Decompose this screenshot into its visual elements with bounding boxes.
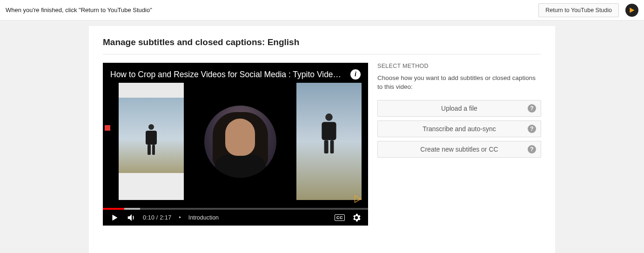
settings-icon[interactable]	[351, 213, 362, 223]
content-row: How to Crop and Resize Videos for Social…	[103, 63, 541, 226]
time-display: 0:10 / 2:17	[143, 214, 171, 221]
svg-marker-0	[630, 7, 634, 13]
upload-file-button[interactable]: Upload a file ?	[377, 100, 541, 117]
time-separator: /	[156, 214, 158, 221]
record-indicator-icon	[105, 125, 110, 131]
studio-logo-icon[interactable]	[625, 4, 638, 17]
upload-file-label: Upload a file	[441, 105, 477, 112]
chapter-name[interactable]: Introduction	[188, 214, 219, 221]
info-icon[interactable]: i	[350, 69, 361, 80]
top-bar: When you're finished, click "Return to Y…	[0, 0, 644, 20]
video-player[interactable]: How to Crop and Resize Videos for Social…	[103, 63, 368, 226]
duration: 2:17	[160, 214, 171, 221]
main-card: Manage subtitles and closed captions: En…	[89, 26, 555, 253]
current-time: 0:10	[143, 214, 154, 221]
page-title: Manage subtitles and closed captions: En…	[103, 37, 541, 54]
top-bar-right: Return to YouTube Studio	[538, 3, 638, 17]
help-icon[interactable]: ?	[528, 104, 536, 113]
video-thumbnail-left	[119, 83, 184, 200]
chapter-bullet: •	[179, 214, 181, 221]
volume-icon[interactable]	[126, 213, 136, 223]
method-panel: SELECT METHOD Choose how you want to add…	[377, 63, 541, 226]
select-method-heading: SELECT METHOD	[377, 63, 541, 69]
help-icon[interactable]: ?	[528, 145, 536, 153]
video-title: How to Crop and Resize Videos for Social…	[110, 70, 346, 80]
select-method-description: Choose how you want to add subtitles or …	[377, 74, 541, 92]
video-thumbnail-right	[296, 83, 362, 200]
transcribe-autosync-label: Transcribe and auto-sync	[423, 125, 496, 133]
instruction-text: When you're finished, click "Return to Y…	[6, 7, 152, 13]
player-header: How to Crop and Resize Videos for Social…	[103, 63, 368, 84]
help-icon[interactable]: ?	[528, 125, 536, 133]
svg-marker-3	[112, 215, 117, 221]
play-icon[interactable]	[109, 213, 120, 223]
video-frame	[119, 84, 362, 199]
cc-button[interactable]: CC	[335, 214, 345, 221]
watermark-icon	[352, 194, 362, 206]
transcribe-autosync-button[interactable]: Transcribe and auto-sync ?	[377, 120, 541, 137]
return-to-studio-button[interactable]: Return to YouTube Studio	[538, 3, 619, 17]
create-new-subtitles-label: Create new subtitles or CC	[420, 146, 498, 153]
create-new-subtitles-button[interactable]: Create new subtitles or CC ?	[377, 141, 541, 158]
video-thumbnail-center	[200, 101, 281, 182]
svg-marker-2	[355, 196, 361, 203]
player-controls: 0:10 / 2:17 • Introduction CC	[103, 210, 368, 226]
method-options: Upload a file ? Transcribe and auto-sync…	[377, 100, 541, 158]
